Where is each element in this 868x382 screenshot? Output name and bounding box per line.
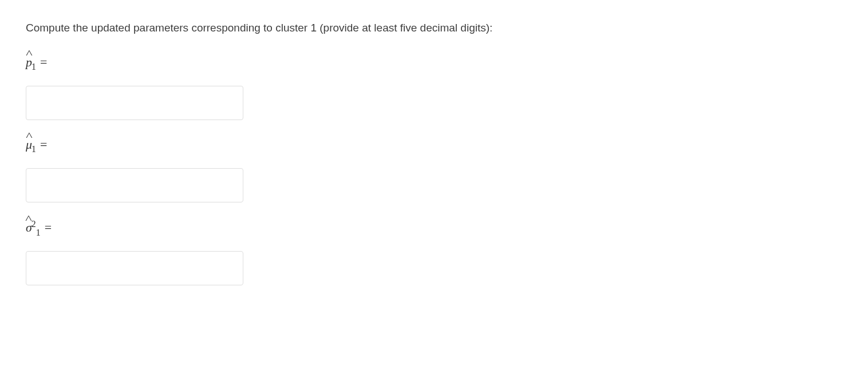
param-group-mu1: μ1= — [26, 135, 842, 202]
question-prompt: Compute the updated parameters correspon… — [26, 20, 842, 37]
input-p1[interactable] — [26, 86, 243, 120]
label-p1: p1= — [26, 53, 842, 73]
input-mu1[interactable] — [26, 168, 243, 202]
param-group-p1: p1= — [26, 53, 842, 120]
param-group-sigma1: σ21= — [26, 217, 842, 285]
label-mu1: μ1= — [26, 135, 842, 156]
input-sigma1[interactable] — [26, 251, 243, 285]
label-sigma1: σ21= — [26, 217, 842, 238]
